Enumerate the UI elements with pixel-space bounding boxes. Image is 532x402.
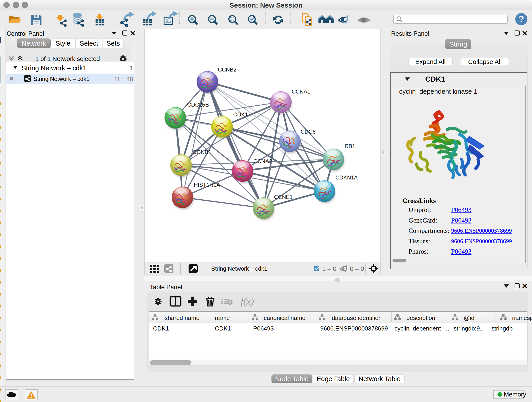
svg-text:String Network – cdk1: String Network – cdk1 [211,265,267,272]
svg-text:1 – 0: 1 – 0 [322,265,336,272]
svg-text:CCNA1: CCNA1 [292,89,310,95]
svg-text:0 – 0: 0 – 0 [350,265,364,272]
svg-text:CDKN1A: CDKN1A [336,174,358,181]
svg-text:f(x): f(x) [241,296,254,307]
svg-text:CDC25B: CDC25B [187,102,209,108]
svg-text:CDK1: CDK1 [233,111,248,118]
svg-text:CCNB2: CCNB2 [218,66,236,73]
svg-text:CCNB1: CCNB1 [193,149,211,155]
svg-text:CDC6: CDC6 [301,128,316,135]
svg-text:HIST1H1A: HIST1H1A [194,182,220,188]
svg-text:RB1: RB1 [345,143,355,149]
svg-text:CCNA2: CCNA2 [253,158,272,164]
svg-text:CCNE1: CCNE1 [274,194,293,200]
